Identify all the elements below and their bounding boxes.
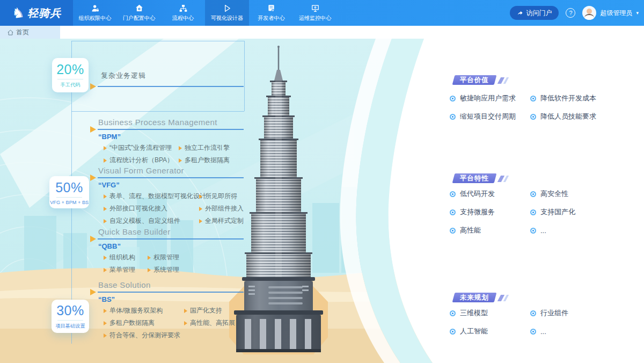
feature-item: 所见即所得: [199, 192, 259, 201]
breadcrumb-label: 首页: [16, 28, 29, 37]
nav-item-ops-monitor[interactable]: 运维监控中心: [293, 0, 337, 26]
section-abbr: “QBB”: [98, 242, 259, 250]
user-name: 超级管理员: [600, 9, 632, 18]
bullet-icon: [450, 96, 456, 101]
bullet-icon: [450, 228, 456, 234]
complex-logic-label: 复杂业务逻辑: [101, 71, 146, 81]
nav-item-label: 流程中心: [172, 14, 194, 22]
section-arrow-icon: [90, 83, 96, 90]
breadcrumb-home-tab[interactable]: 首页: [0, 26, 60, 39]
brand-logo[interactable]: ♞ 轻骑兵: [0, 0, 73, 26]
feature-item: 外部组件接入: [199, 204, 259, 213]
item-arrow-icon: [104, 194, 107, 199]
panel-item: 高性能: [450, 225, 530, 236]
panel-badge-future-plan: 未来规划: [452, 293, 497, 302]
nav-item-portal-config[interactable]: 门户配置中心: [117, 0, 161, 26]
section-arrow-icon: [90, 236, 96, 242]
panel-item: ...: [530, 225, 611, 236]
top-nav-bar: ♞ 轻骑兵 组织权限中心 门户配置中心 流程中心 可视化设计器 开发者中: [0, 0, 644, 26]
avatar: [582, 6, 596, 20]
bullet-icon: [450, 191, 456, 197]
visit-portal-label: 访问门户: [526, 9, 552, 18]
bullet-icon: [530, 329, 536, 335]
item-arrow-icon: [104, 333, 107, 338]
divider: [57, 79, 83, 79]
bullet-icon: [450, 209, 456, 215]
nav-item-process-center[interactable]: 流程中心: [161, 0, 205, 26]
bullet-icon: [530, 228, 536, 234]
section-items: 组织机构 权限管理 菜单管理 系统管理: [104, 253, 259, 274]
item-arrow-icon: [104, 321, 107, 325]
section-underline: [98, 177, 244, 178]
panel-item: 敏捷响应用户需求: [450, 93, 530, 104]
stat-card-project-base: 30% 项目基础设置: [52, 300, 89, 333]
section-qbb: Quick Base Builder “QBB” 组织机构 权限管理 菜单管理 …: [98, 227, 259, 274]
item-arrow-icon: [104, 219, 107, 223]
section-underline: [98, 129, 244, 130]
monitor-gear-icon: [311, 4, 320, 13]
panel-item: 支持微服务: [450, 207, 530, 217]
user-menu[interactable]: 超级管理员 ▾: [582, 6, 639, 20]
brand-name: 轻骑兵: [27, 6, 61, 20]
item-arrow-icon: [184, 321, 187, 325]
panel-title: 平台价值: [460, 76, 489, 85]
section-title: Base Solution: [98, 280, 259, 290]
panel-title: 未来规划: [460, 293, 489, 302]
section-bs: Base Solution “BS” 单体/微服务双架构 国产化支持 多租户数据…: [98, 280, 259, 340]
feature-item: 组织机构: [104, 253, 148, 262]
bullet-icon: [530, 191, 536, 197]
section-arrow-icon: [90, 289, 96, 295]
divider: [57, 320, 83, 321]
panel-item: 低代码开发: [450, 188, 530, 199]
section-arrow-icon: [90, 126, 96, 133]
nav-item-label: 组织权限中心: [79, 14, 112, 22]
home-icon: [8, 30, 13, 35]
help-label: ?: [569, 10, 572, 16]
bullet-icon: [450, 329, 456, 335]
nav-item-label: 运维监控中心: [299, 14, 332, 22]
feature-item: 多租户数据隔离: [179, 156, 259, 165]
panel-item: ...: [530, 326, 611, 337]
panel-items-platform-value: 敏捷响应用户需求 降低软件开发成本 缩短项目交付周期 降低人员技能要求: [450, 93, 611, 122]
item-arrow-icon: [179, 146, 182, 150]
help-icon[interactable]: ?: [566, 8, 575, 18]
item-arrow-icon: [104, 268, 107, 272]
nav-item-label: 门户配置中心: [123, 14, 156, 22]
panel-title: 平台特性: [460, 174, 489, 183]
section-items: 单体/微服务双架构 国产化支持 多租户数据隔离 高性能、高拓展 符合等保、分保测…: [104, 306, 259, 340]
section-abbr: “VFG”: [98, 181, 259, 189]
panel-item: 降低软件开发成本: [530, 93, 611, 104]
item-arrow-icon: [179, 158, 182, 163]
panel-badge-platform-features: 平台特性: [452, 173, 497, 183]
section-bpm: Business Process Management “BPM” “中国式”业…: [98, 118, 259, 165]
feature-item: 菜单管理: [104, 265, 148, 274]
item-arrow-icon: [199, 219, 202, 223]
main-content: 复杂业务逻辑 20% 手工代码 50% VFG + BPM + BS 30% 项…: [0, 39, 644, 363]
nav-item-org-permission[interactable]: 组织权限中心: [73, 0, 117, 26]
visit-portal-button[interactable]: 访问门户: [510, 6, 559, 20]
bullet-icon: [530, 310, 536, 316]
feature-item: 自定义模板、自定义组件: [104, 216, 199, 226]
stat-card-vfg-bpm-bs: 50% VFG + BPM + BS: [49, 176, 89, 208]
bullet-icon: [450, 310, 456, 316]
section-vfg: Visual Form Generator “VFG” 表单、流程、数据模型可视…: [98, 166, 259, 226]
panel-item: 支持国产化: [530, 207, 611, 217]
feature-item: 表单、流程、数据模型可视化设计: [104, 192, 199, 201]
user-lock-icon: [91, 4, 100, 13]
panel-item: 三维模型: [450, 308, 530, 318]
section-abbr: “BS”: [98, 295, 259, 303]
flowchart-icon: [179, 4, 188, 13]
stat-label: 项目基础设置: [55, 323, 85, 330]
section-title: Business Process Management: [98, 118, 259, 127]
stat-value: 30%: [56, 303, 84, 318]
divider: [56, 197, 82, 198]
section-underline: [98, 238, 244, 239]
stat-label: 手工代码: [61, 82, 80, 89]
nav-item-visual-designer[interactable]: 可视化设计器: [205, 0, 249, 26]
section-items: 表单、流程、数据模型可视化设计 所见即所得 外部接口可视化接入 外部组件接入 自…: [104, 192, 259, 226]
feature-item: “中国式”业务流程管理: [104, 143, 179, 153]
home-gear-icon: [135, 4, 144, 13]
stat-card-manual-code: 20% 手工代码: [52, 58, 89, 92]
nav-item-developer-center[interactable]: 开发者中心: [249, 0, 293, 26]
panel-items-future-plan: 三维模型 行业组件 人工智能 ...: [450, 308, 611, 337]
